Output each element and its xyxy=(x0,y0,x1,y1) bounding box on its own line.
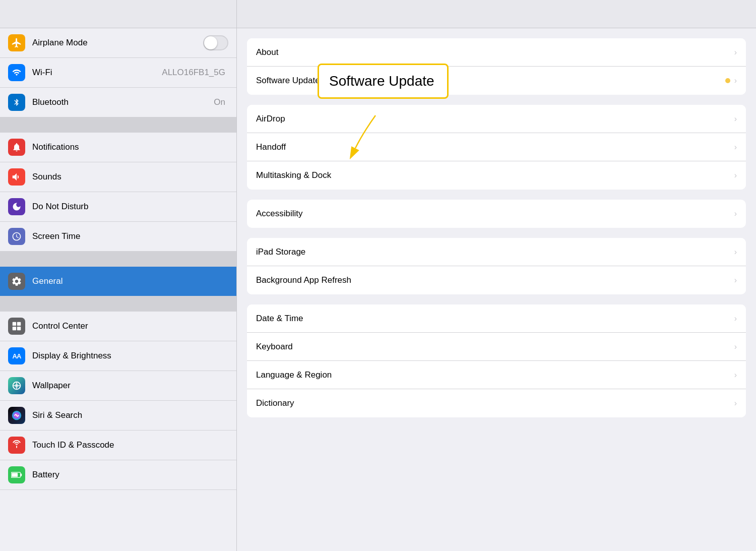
background-refresh-chevron: › xyxy=(734,276,737,285)
touch-id-label: Touch ID & Passcode xyxy=(32,440,228,450)
settings-row-dictionary[interactable]: Dictionary› xyxy=(247,389,746,417)
general-label: General xyxy=(32,276,228,286)
sounds-label: Sounds xyxy=(32,172,228,182)
sidebar-spacer xyxy=(0,296,236,312)
bluetooth-icon xyxy=(8,94,25,111)
battery-label: Battery xyxy=(32,470,228,480)
sounds-icon xyxy=(8,168,25,186)
sidebar-item-wifi[interactable]: Wi-FiALLO16FB1_5G xyxy=(0,58,236,88)
airdrop-chevron: › xyxy=(734,114,737,124)
wallpaper-label: Wallpaper xyxy=(32,381,228,391)
sidebar-item-touch-id[interactable]: Touch ID & Passcode xyxy=(0,431,236,460)
control-center-label: Control Center xyxy=(32,321,228,331)
settings-row-background-refresh[interactable]: Background App Refresh› xyxy=(247,266,746,294)
sidebar-item-notifications[interactable]: Notifications xyxy=(0,133,236,162)
touch-id-icon xyxy=(8,437,25,454)
keyboard-chevron: › xyxy=(734,342,737,351)
siri-icon xyxy=(8,407,25,424)
language-region-chevron: › xyxy=(734,371,737,380)
sidebar-item-wallpaper[interactable]: Wallpaper xyxy=(0,371,236,401)
settings-row-date-time[interactable]: Date & Time› xyxy=(247,304,746,333)
wifi-value: ALLO16FB1_5G xyxy=(162,68,225,78)
language-region-label: Language & Region xyxy=(256,370,730,380)
settings-row-keyboard[interactable]: Keyboard› xyxy=(247,333,746,361)
sidebar-item-screen-time[interactable]: Screen Time xyxy=(0,222,236,252)
date-time-chevron: › xyxy=(734,314,737,323)
svg-rect-11 xyxy=(12,473,18,477)
settings-row-airdrop[interactable]: AirDrop› xyxy=(247,105,746,133)
settings-group-group2: AirDrop›Handoff›Multitasking & Dock› xyxy=(247,105,746,190)
accessibility-chevron: › xyxy=(734,209,737,218)
control-center-icon xyxy=(8,318,25,335)
callout-arrow-svg xyxy=(353,113,403,153)
right-panel-content: About›Software Update›AirDrop›Handoff›Mu… xyxy=(237,38,756,417)
airplane-mode-icon xyxy=(8,34,25,51)
dictionary-label: Dictionary xyxy=(256,398,730,408)
dictionary-chevron: › xyxy=(734,399,737,408)
airplane-mode-toggle[interactable] xyxy=(203,35,228,50)
svg-rect-0 xyxy=(13,322,16,326)
siri-label: Siri & Search xyxy=(32,410,228,420)
display-icon: AA xyxy=(8,347,25,364)
airplane-mode-label: Airplane Mode xyxy=(32,38,203,48)
battery-icon xyxy=(8,466,25,483)
settings-row-language-region[interactable]: Language & Region› xyxy=(247,361,746,389)
multitasking-chevron: › xyxy=(734,171,737,180)
svg-rect-2 xyxy=(13,327,16,330)
do-not-disturb-icon xyxy=(8,198,25,215)
software-update-notification-dot xyxy=(725,78,730,83)
notifications-label: Notifications xyxy=(32,142,228,152)
settings-row-ipad-storage[interactable]: iPad Storage› xyxy=(247,238,746,266)
settings-row-accessibility[interactable]: Accessibility› xyxy=(247,200,746,228)
sidebar-item-control-center[interactable]: Control Center xyxy=(0,312,236,341)
wifi-icon xyxy=(8,64,25,81)
do-not-disturb-label: Do Not Disturb xyxy=(32,202,228,212)
sidebar-item-siri[interactable]: Siri & Search xyxy=(0,401,236,431)
sidebar: Airplane ModeWi-FiALLO16FB1_5GBluetoothO… xyxy=(0,0,237,551)
notifications-icon xyxy=(8,139,25,156)
bluetooth-value: On xyxy=(214,97,225,107)
date-time-label: Date & Time xyxy=(256,314,730,324)
wifi-label: Wi-Fi xyxy=(32,68,162,78)
sidebar-spacer xyxy=(0,252,236,267)
ipad-storage-label: iPad Storage xyxy=(256,247,730,257)
about-label: About xyxy=(256,47,730,57)
svg-rect-1 xyxy=(17,322,21,326)
sidebar-item-do-not-disturb[interactable]: Do Not Disturb xyxy=(0,192,236,222)
bluetooth-label: Bluetooth xyxy=(32,97,214,107)
software-update-callout: Software Update xyxy=(318,64,449,99)
display-label: Display & Brightness xyxy=(32,351,228,361)
settings-row-about[interactable]: About› xyxy=(247,38,746,67)
multitasking-label: Multitasking & Dock xyxy=(256,170,730,180)
settings-row-handoff[interactable]: Handoff› xyxy=(247,133,746,161)
handoff-label: Handoff xyxy=(256,142,730,152)
sidebar-item-display[interactable]: AADisplay & Brightness xyxy=(0,341,236,371)
about-chevron: › xyxy=(734,48,737,57)
sidebar-item-sounds[interactable]: Sounds xyxy=(0,162,236,192)
sidebar-spacer xyxy=(0,117,236,133)
keyboard-label: Keyboard xyxy=(256,342,730,352)
sidebar-item-airplane-mode[interactable]: Airplane Mode xyxy=(0,28,236,58)
sidebar-item-bluetooth[interactable]: BluetoothOn xyxy=(0,88,236,117)
airdrop-label: AirDrop xyxy=(256,114,730,124)
general-icon xyxy=(8,273,25,290)
screen-time-icon xyxy=(8,228,25,245)
wallpaper-icon xyxy=(8,377,25,394)
callout-title: Software Update xyxy=(329,73,434,89)
callout-arrow xyxy=(353,113,403,155)
handoff-chevron: › xyxy=(734,143,737,152)
svg-rect-3 xyxy=(17,327,21,330)
sidebar-items: Airplane ModeWi-FiALLO16FB1_5GBluetoothO… xyxy=(0,28,236,490)
screen-time-label: Screen Time xyxy=(32,231,228,241)
background-refresh-label: Background App Refresh xyxy=(256,275,730,285)
settings-group-group5: Date & Time›Keyboard›Language & Region›D… xyxy=(247,304,746,417)
sidebar-item-battery[interactable]: Battery xyxy=(0,460,236,490)
settings-group-group4: iPad Storage›Background App Refresh› xyxy=(247,238,746,294)
settings-row-multitasking[interactable]: Multitasking & Dock› xyxy=(247,161,746,190)
settings-group-group3: Accessibility› xyxy=(247,200,746,228)
ipad-storage-chevron: › xyxy=(734,248,737,257)
right-panel: About›Software Update›AirDrop›Handoff›Mu… xyxy=(237,0,756,551)
svg-rect-10 xyxy=(21,473,22,476)
accessibility-label: Accessibility xyxy=(256,209,730,219)
sidebar-item-general[interactable]: General xyxy=(0,267,236,296)
